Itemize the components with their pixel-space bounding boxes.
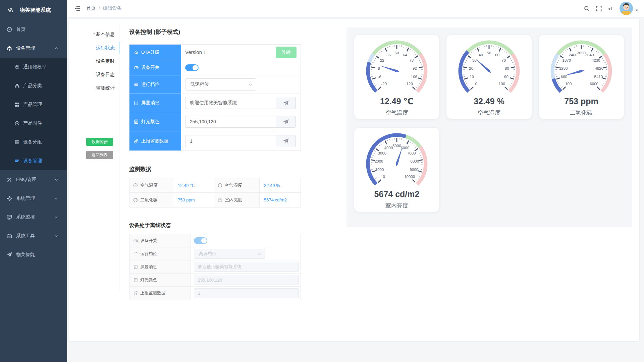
monitor-label-text: 室内亮度 (225, 197, 242, 203)
sidebar-item-device-mgmt[interactable]: 设备管理 (0, 39, 67, 58)
sidebar-collapse-icon[interactable] (74, 6, 80, 11)
required-mark: * (93, 32, 95, 37)
sidebar-item-device-list[interactable]: 设备管理 (0, 152, 67, 170)
gear-select[interactable]: 低速档位 (185, 78, 256, 90)
gauge-value: 753 ppm (539, 97, 624, 106)
sidebar-item-label: 物美智能 (16, 252, 35, 258)
breadcrumb-home[interactable]: 首页 (86, 5, 96, 11)
report-input[interactable]: 1 (185, 135, 276, 147)
sidebar-item-label: 设备管理 (23, 158, 42, 164)
svg-text:50: 50 (395, 51, 399, 55)
svg-text:6000: 6000 (401, 146, 410, 150)
back-to-list-button[interactable]: 返回列表 (86, 151, 113, 159)
sidebar-item-wumei[interactable]: 物美智能 (0, 245, 67, 264)
avatar[interactable] (620, 2, 633, 15)
search-icon[interactable] (581, 2, 593, 14)
tab-running-status[interactable]: 运行状态 (69, 41, 119, 54)
caret-down-icon[interactable] (635, 8, 639, 12)
offline-label-text: 上报监测数据 (140, 290, 165, 296)
odometer-icon (218, 183, 222, 188)
operation-icon (133, 252, 138, 256)
gauge-label: 空气温度 (354, 109, 439, 117)
control-label-text: 灯光颜色 (141, 119, 159, 125)
dashboard-icon (7, 27, 12, 32)
upgrade-button[interactable]: 升级 (276, 47, 297, 58)
offline-label-text: 屏显消息 (140, 264, 157, 270)
sidebar-item-label: 系统管理 (16, 195, 35, 201)
sidebar-item-system-monitor[interactable]: 系统监控 (0, 208, 67, 227)
sidebar-item-product-mgmt[interactable]: 产品管理 (0, 95, 67, 114)
gauge-card: 1006901280187024603050364042304820541060… (538, 35, 624, 119)
tab-device-log[interactable]: 设备日志 (69, 68, 119, 81)
sidebar-item-system-tools[interactable]: 系统工具 (0, 227, 67, 245)
paperclip-icon (134, 139, 139, 143)
offline-value: 欢迎使用物美智能系统 (191, 260, 301, 273)
message-input[interactable]: 欢迎使用物美智能系统 (185, 97, 276, 109)
cube-icon (15, 65, 19, 69)
send-light-button[interactable] (276, 116, 296, 128)
control-table: OTA升级 Version 1 升级 设备开关 (129, 44, 301, 151)
sidebar-item-label: 设备分组 (23, 139, 42, 145)
sidebar-item-system-mgmt[interactable]: 系统管理 (0, 189, 67, 208)
svg-text:100: 100 (565, 82, 572, 86)
svg-text:50: 50 (487, 51, 491, 55)
svg-text:7000: 7000 (407, 151, 416, 155)
offline-row-power: 设备开关 (129, 234, 301, 247)
sidebar-item-product-category[interactable]: 产品分类 (0, 76, 67, 95)
offline-value: 1 (191, 287, 301, 300)
power-toggle[interactable] (185, 64, 199, 71)
monitor-label-text: 空气湿度 (225, 182, 242, 188)
sidebar-item-firmware[interactable]: 产品固件 (0, 114, 67, 133)
sidebar-item-device-group[interactable]: 设备分组 (0, 133, 67, 152)
chevron-down-icon (54, 178, 58, 182)
monitor-value: 32.49 % (260, 178, 301, 193)
control-label-text: 运行档位 (141, 81, 159, 87)
control-row-gear: 运行档位 低速档位 (129, 75, 301, 94)
svg-text:5000: 5000 (392, 144, 401, 148)
fullscreen-icon[interactable] (593, 2, 605, 14)
svg-text:3000: 3000 (378, 151, 387, 155)
device-control-section: 设备控制 (影子模式) OTA升级 Version 1 升级 设备开关 (129, 19, 301, 300)
control-label: 设备开关 (129, 60, 181, 75)
monitor-label-text: 二氧化碳 (140, 197, 158, 203)
sitemap-icon (15, 83, 19, 88)
gauge-value: 32.49 % (446, 97, 532, 106)
chevron-down-icon (54, 215, 58, 219)
light-color-input[interactable]: 255,100,120 (185, 116, 276, 128)
tab-basic-info[interactable]: *基本信息 (69, 27, 119, 41)
svg-text:10000: 10000 (404, 175, 415, 179)
sidebar-item-label: 系统监控 (16, 214, 35, 220)
font-size-icon[interactable] (605, 2, 617, 14)
gear-icon (7, 196, 12, 201)
tab-monitor-stats[interactable]: 监测统计 (69, 81, 119, 95)
tab-device-timer[interactable]: 设备定时 (69, 54, 119, 68)
data-sync-button[interactable]: 数据同步 (86, 138, 113, 146)
sidebar-item-thing-model[interactable]: 通用物模型 (0, 58, 67, 76)
message-input-disabled: 欢迎使用物美智能系统 (194, 262, 299, 272)
document-icon (133, 278, 138, 282)
tab-label: 设备定时 (96, 58, 115, 64)
svg-text:92: 92 (413, 66, 417, 70)
offline-row-report: 上报监测数据 1 (129, 287, 301, 300)
ota-icon (134, 50, 139, 55)
sidebar-item-label: 产品固件 (23, 120, 42, 126)
svg-text:2460: 2460 (569, 53, 578, 57)
send-message-button[interactable] (276, 97, 296, 109)
svg-text:-20: -20 (381, 82, 387, 86)
svg-text:106: 106 (411, 75, 417, 79)
control-label-text: OTA升级 (141, 49, 159, 55)
svg-text:8: 8 (378, 66, 380, 70)
sidebar-item-home[interactable]: 首页 (0, 20, 67, 39)
app-logo[interactable]: 物美智能系统 (0, 0, 67, 20)
send-report-button[interactable] (276, 135, 296, 147)
control-row-message: 屏显消息 欢迎使用物美智能系统 (129, 94, 301, 112)
svg-text:22: 22 (380, 58, 384, 62)
firmware-version: Version 1 (185, 49, 206, 55)
control-label: 屏显消息 (129, 94, 181, 112)
sidebar-item-emq[interactable]: EMQ管理 (0, 170, 67, 189)
control-value (181, 60, 301, 75)
gauge-label: 室内亮度 (354, 202, 439, 209)
bars-icon (15, 159, 19, 163)
svg-text:5410: 5410 (594, 75, 603, 79)
send-icon (283, 119, 289, 125)
